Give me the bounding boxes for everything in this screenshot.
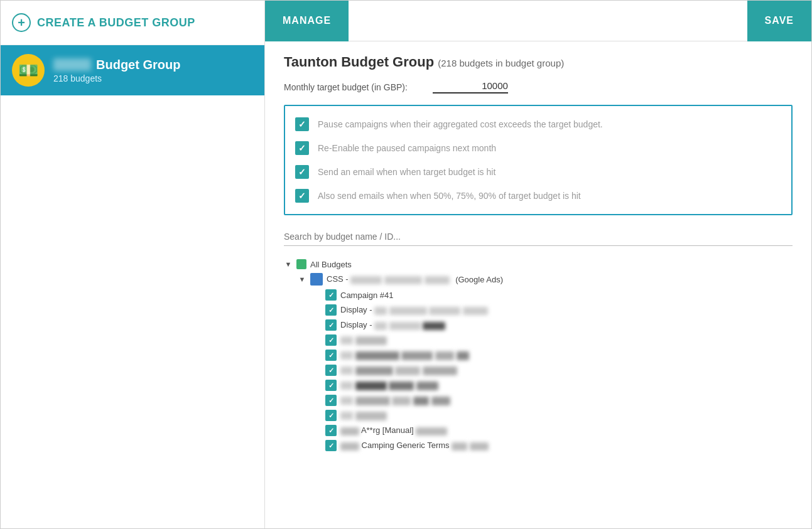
- name-blurred: [53, 58, 91, 71]
- group-subtitle: (218 budgets in budget group): [438, 58, 564, 68]
- option-label-3: Send an email when when target budget is…: [318, 167, 495, 177]
- cb-b2[interactable]: [325, 350, 337, 361]
- tree-root: ▼ All Budgets: [284, 257, 793, 271]
- cb-b6[interactable]: [325, 410, 337, 421]
- checkbox-email[interactable]: [295, 165, 309, 179]
- group-title: Taunton Budget Group (218 budgets in bud…: [284, 54, 793, 70]
- cb-b3[interactable]: [325, 365, 337, 376]
- b1-label: [340, 335, 387, 345]
- option-row-1: Pause campaigns when their aggregated co…: [295, 112, 781, 136]
- campaign-41-label: Campaign #41: [340, 291, 394, 300]
- cb-campaign-41[interactable]: [325, 289, 337, 301]
- campaign-display-2: Display -: [325, 318, 793, 333]
- css-color: [310, 273, 323, 286]
- option-row-2: Re-Enable the paused campaigns next mont…: [295, 136, 781, 160]
- topbar: MANAGE SAVE: [265, 1, 811, 41]
- collapse-icon[interactable]: ▼: [284, 260, 293, 269]
- b3-label: [340, 365, 457, 375]
- budget-tree: ▼ All Budgets ▼ CSS - (Google Ads): [284, 257, 793, 453]
- campaign-camping: Camping Generic Terms: [325, 438, 793, 453]
- create-budget-button[interactable]: + CREATE A BUDGET GROUP: [1, 1, 264, 45]
- cb-b1[interactable]: [325, 334, 337, 346]
- option-label-1: Pause campaigns when their aggregated co…: [318, 119, 603, 129]
- campaign-b4: [325, 378, 793, 393]
- cb-b4[interactable]: [325, 380, 337, 391]
- content-area: Taunton Budget Group (218 budgets in bud…: [265, 41, 811, 528]
- b5-label: [340, 395, 450, 405]
- campaign-b1: [325, 333, 793, 348]
- cb-display-1[interactable]: [325, 304, 337, 316]
- checkbox-email-pct[interactable]: [295, 189, 309, 203]
- options-box: Pause campaigns when their aggregated co…: [284, 105, 793, 215]
- campaign-b3: [325, 363, 793, 378]
- css-label: CSS -: [327, 274, 450, 284]
- save-button[interactable]: SAVE: [747, 1, 811, 41]
- option-row-3: Send an email when when target budget is…: [295, 160, 781, 184]
- all-budgets-color: [296, 259, 306, 269]
- campaign-b6: [325, 408, 793, 423]
- search-input[interactable]: [284, 228, 793, 246]
- checkbox-pause[interactable]: [295, 117, 309, 131]
- campaign-41: Campaign #41: [325, 287, 793, 302]
- camping-label: Camping Generic Terms: [340, 441, 489, 450]
- main-panel: MANAGE SAVE Taunton Budget Group (218 bu…: [265, 1, 811, 528]
- cb-b5[interactable]: [325, 395, 337, 406]
- css-node: ▼ CSS - (Google Ads): [298, 271, 793, 287]
- plus-icon: +: [12, 13, 31, 32]
- budget-group-info: Budget Group 218 budgets: [53, 58, 253, 83]
- budget-group-item[interactable]: 💵 Budget Group 218 budgets: [1, 45, 264, 95]
- budget-field-row: Monthly target budget (in GBP):: [284, 80, 793, 94]
- option-row-4: Also send emails when when 50%, 75%, 90%…: [295, 184, 781, 208]
- budget-input[interactable]: [433, 80, 508, 94]
- b2-label: [340, 350, 469, 360]
- all-budgets-label: All Budgets: [310, 260, 352, 269]
- display-2-label: Display -: [340, 320, 445, 329]
- cb-camping[interactable]: [325, 440, 337, 451]
- campaign-b2: [325, 348, 793, 363]
- sidebar: + CREATE A BUDGET GROUP 💵 Budget Group 2…: [1, 1, 265, 528]
- campaign-manual: A**rg [Manual]: [325, 423, 793, 438]
- b6-label: [340, 410, 387, 420]
- budget-count: 218 budgets: [53, 73, 253, 83]
- campaign-display-1: Display -: [325, 302, 793, 318]
- display-1-label: Display -: [340, 305, 488, 314]
- css-platform: (Google Ads): [453, 275, 504, 284]
- budget-field-label: Monthly target budget (in GBP):: [284, 82, 408, 92]
- checkbox-reenable[interactable]: [295, 141, 309, 155]
- budget-group-name-row: Budget Group: [53, 58, 253, 72]
- manual-label: A**rg [Manual]: [340, 425, 447, 435]
- b4-label: [340, 380, 438, 390]
- cb-manual[interactable]: [325, 425, 337, 436]
- budget-group-avatar: 💵: [12, 54, 45, 87]
- manage-button[interactable]: MANAGE: [265, 1, 349, 41]
- css-collapse-icon[interactable]: ▼: [298, 275, 306, 284]
- budget-group-name: Budget Group: [96, 58, 180, 72]
- campaign-b5: [325, 393, 793, 408]
- option-label-2: Re-Enable the paused campaigns next mont…: [318, 143, 496, 153]
- create-budget-label: CREATE A BUDGET GROUP: [37, 16, 195, 29]
- cb-display-2[interactable]: [325, 319, 337, 331]
- option-label-4: Also send emails when when 50%, 75%, 90%…: [318, 191, 581, 201]
